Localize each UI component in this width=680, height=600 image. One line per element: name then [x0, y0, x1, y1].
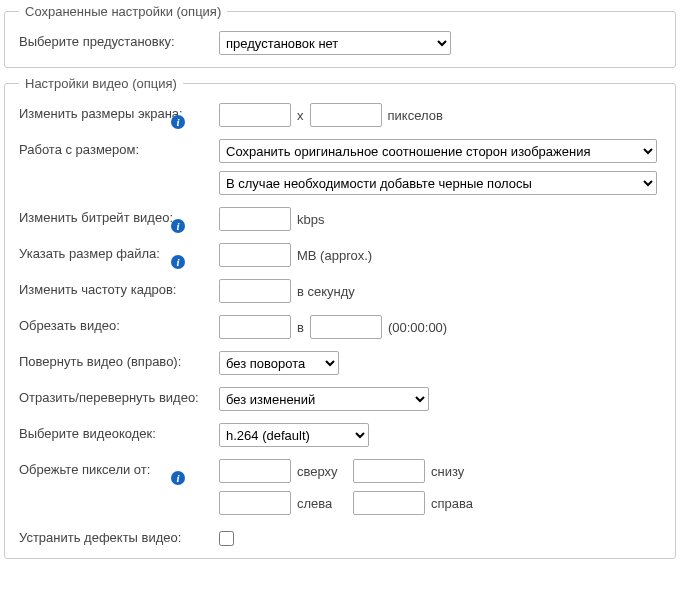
bitrate-input[interactable] [219, 207, 291, 231]
info-icon[interactable]: i [171, 115, 185, 129]
trim-label: Обрезать видео: [19, 318, 120, 333]
crop-right-input[interactable] [353, 491, 425, 515]
info-icon[interactable]: i [171, 471, 185, 485]
crop-bottom-input[interactable] [353, 459, 425, 483]
crop-label: Обрежьте пиксели от: [19, 462, 150, 477]
pixels-unit: пикселов [388, 108, 443, 123]
black-bars-select[interactable]: В случае необходимости добавьте черные п… [219, 171, 657, 195]
screen-width-input[interactable] [219, 103, 291, 127]
crop-bottom-label: снизу [431, 464, 464, 479]
info-icon[interactable]: i [171, 219, 185, 233]
trim-from-input[interactable] [219, 315, 291, 339]
rotate-select[interactable]: без поворота [219, 351, 339, 375]
flip-label: Отразить/перевернуть видео: [19, 390, 199, 405]
crop-top-input[interactable] [219, 459, 291, 483]
x-separator: x [297, 108, 304, 123]
bitrate-label: Изменить битрейт видео: [19, 210, 173, 225]
filesize-input[interactable] [219, 243, 291, 267]
info-icon[interactable]: i [171, 255, 185, 269]
fps-unit: в секунду [297, 284, 355, 299]
trim-hint: (00:00:00) [388, 320, 447, 335]
saved-settings-group: Сохраненные настройки (опция) Выберите п… [4, 4, 676, 68]
crop-left-input[interactable] [219, 491, 291, 515]
screen-size-label: Изменить размеры экрана: [19, 106, 183, 121]
preset-label: Выберите предустановку: [19, 31, 219, 49]
codec-select[interactable]: h.264 (default) [219, 423, 369, 447]
rotate-label: Повернуть видео (вправо): [19, 354, 181, 369]
deinterlace-label: Устранить дефекты видео: [19, 530, 181, 545]
video-settings-group: Настройки видео (опция) Изменить размеры… [4, 76, 676, 559]
codec-label: Выберите видеокодек: [19, 426, 156, 441]
preset-select[interactable]: предустановок нет [219, 31, 451, 55]
trim-separator: в [297, 320, 304, 335]
filesize-label: Указать размер файла: [19, 246, 160, 261]
mb-unit: MB (approx.) [297, 248, 372, 263]
video-settings-legend: Настройки видео (опция) [19, 76, 183, 91]
trim-to-input[interactable] [310, 315, 382, 339]
aspect-ratio-select[interactable]: Сохранить оригинальное соотношение сторо… [219, 139, 657, 163]
flip-select[interactable]: без изменений [219, 387, 429, 411]
fps-input[interactable] [219, 279, 291, 303]
fps-label: Изменить частоту кадров: [19, 282, 177, 297]
size-handling-label: Работа с размером: [19, 142, 139, 157]
crop-top-label: сверху [297, 464, 347, 479]
deinterlace-checkbox[interactable] [219, 531, 234, 546]
kbps-unit: kbps [297, 212, 324, 227]
saved-settings-legend: Сохраненные настройки (опция) [19, 4, 227, 19]
screen-height-input[interactable] [310, 103, 382, 127]
crop-right-label: справа [431, 496, 473, 511]
crop-left-label: слева [297, 496, 347, 511]
